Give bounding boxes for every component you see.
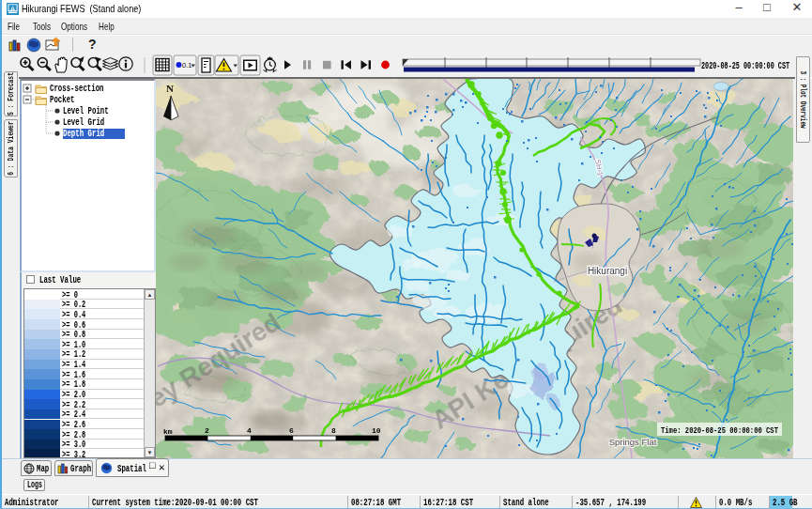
svg-text:N: N <box>166 83 174 94</box>
svg-text:8: 8 <box>331 426 336 435</box>
svg-text:Springs Flat: Springs Flat <box>609 437 657 447</box>
svg-text:km: km <box>163 427 173 436</box>
svg-text:4: 4 <box>247 426 252 435</box>
svg-text:Time: 2020-08-25 00:00:00 CST: Time: 2020-08-25 00:00:00 CST <box>661 426 778 436</box>
svg-text:0.1: 0.1 <box>182 61 192 69</box>
svg-text:6: 6 <box>289 426 294 435</box>
svg-text:10: 10 <box>372 426 381 435</box>
svg-text:Hikurangi: Hikurangi <box>588 266 627 276</box>
svg-text:2: 2 <box>205 426 209 435</box>
